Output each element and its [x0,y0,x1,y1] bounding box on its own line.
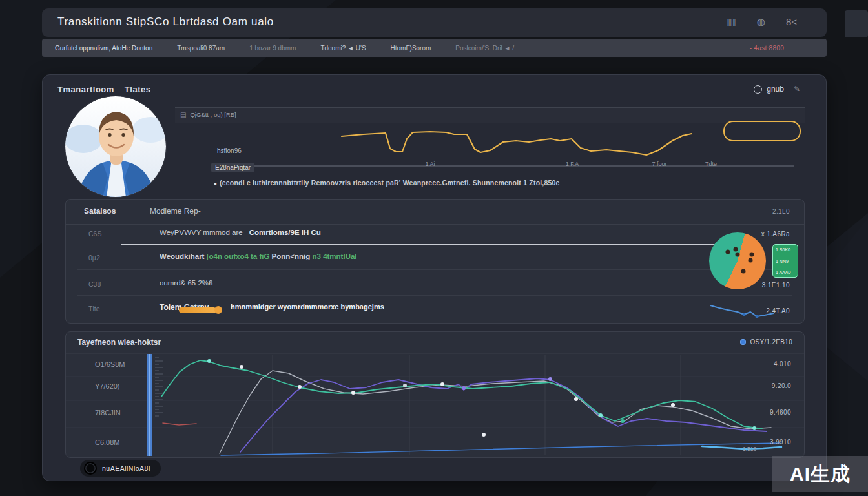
timeline-row-value: 3.9910 [770,439,791,446]
progress-bar-cap [214,306,222,314]
timeline-row-label: Y7/620) [95,382,120,390]
timeline-row-label: O1/6S8M [95,360,125,368]
timeline-row-value: 9.20.0 [772,382,791,389]
x-axis-tick: Tdte [705,161,717,167]
overview-note: ●(eeondl e luthircnnnbttrtlly Remoovzris… [214,179,560,187]
legend-item: 1 AAA0 [776,270,795,274]
legend-item: 1 S6K0 [776,247,795,252]
nav-item-6[interactable]: Poslcoim/'S. Dril ◄ / [455,45,514,52]
row-label: 0µ2 [88,254,100,262]
overview-note-text: (eeondl e luthircnnnbttrtlly Remoovzris … [220,179,560,187]
header-icons: ▥ ◍ 8< [727,16,797,28]
divider [78,295,792,296]
app-title: Transkitionn StipSCo Lbrtdasd Oam ualo [57,16,274,28]
row-value: 3.1E1.10 [762,282,790,289]
row-seg: Ponn<nnig [272,253,313,260]
top-header: Transkitionn StipSCo Lbrtdasd Oam ualo ▥… [42,8,827,37]
row-label: Tlte [88,305,100,313]
nav-item-5[interactable]: HtomF)Sorom [391,45,431,52]
divider [78,269,792,270]
decor-fragment [845,10,868,37]
nav-item-4[interactable]: Tdeomi? ◄ U'S [320,45,366,52]
overview-x-axis: 1 Ai1 F.A7 foorTdte [175,161,805,169]
legend-item: 1 NN9 [776,259,795,264]
status-chip[interactable]: nuAEAllNloA8l [80,460,161,477]
timeline-header-metric[interactable]: OSY/1.2EB10 [740,338,792,346]
edit-icon[interactable]: ✎ [794,85,800,94]
pie-data-dot [749,258,753,263]
x-axis-tick: 7 foor [652,161,666,167]
user-icon[interactable]: 8< [786,16,797,28]
card-title-a: Tmanartloom [57,85,114,94]
timeline-panel: Tayefneon wlea-hoktsr OSY/1.2EB10 O1/6S8… [65,331,805,458]
row-text: Weoudkihart [o4n oufxo4 ta fiG Ponn<nnig… [160,253,357,260]
refresh-icon [754,85,762,94]
grid-icon[interactable]: ▥ [727,16,736,28]
blue-dot-icon [740,339,746,345]
timeline-row-label: 7I8CJIN [95,409,121,417]
divider [66,224,804,225]
pie-data-dot [736,253,740,257]
timeline-title: Tayefneon wlea-hoktsr [78,338,161,347]
row-seg: Weoudkihart [160,253,207,260]
stats-panel: Satalsos Modleme Rep- 2.1L0 C6S WeyPVWVY… [65,199,805,324]
x-axis-tick: 1 F.A [566,161,579,167]
stats-subtitle: Modleme Rep- [150,207,201,216]
row-seg-green: [o4n oufxo4 ta fiG [207,253,272,260]
avatar[interactable] [65,96,166,197]
stats-title: Satalsos [84,207,116,216]
highlight-divider [121,244,715,245]
pie-data-dot [726,249,730,254]
pie-chart [709,232,766,289]
ai-watermark: AI生成 [772,456,868,492]
record-icon [84,462,97,475]
refresh-label: gnub [767,85,784,94]
pie-legend: 1 S6K0 1 NN9 1 AAA0 [772,244,798,278]
refresh-control[interactable]: gnub ✎ [754,85,800,94]
card-title: TmanartloomTlates [57,85,150,94]
timeline-extra-value: 1.518 [743,446,756,452]
progress-bar [179,307,216,313]
timeline-metric-label: OSY/1.2EB10 [750,338,792,346]
series-label-2[interactable]: E28naPiqtar [211,163,254,172]
globe-icon[interactable]: ◍ [757,16,765,28]
x-axis-tick: 1 Ai [425,161,435,167]
nav-alert-text: - 4ast:8800 [750,45,784,52]
row-label: C6S [88,230,101,238]
pie-data-dot [741,269,745,273]
row-value: x 1.A6Ra [761,231,790,238]
dashboard-card: TmanartloomTlates gnub ✎ [42,74,827,481]
nav-item-1[interactable]: Gurfutcl oppnalivm, AtoHe Donton [55,45,152,52]
row-text-a: WeyPVWVY mmmod are [160,229,243,236]
overview-chart-region: ▤ QjG&tt , og) [RB] 1 Ai1 F.A7 foorTdte … [175,107,805,193]
series-label-1: hsflon96 [217,147,242,154]
row-text-b: Comrtloms/9E IH Cu [249,229,321,236]
row-text: WeyPVWVY mmmod areComrtloms/9E IH Cu [160,229,321,236]
pie-data-dot [750,253,754,257]
row-text: oumrd& 65 2%6 [160,279,212,287]
nav-bar: Gurfutcl oppnalivm, AtoHe Donton Tmspoal… [42,39,827,57]
row-label: C38 [88,280,101,288]
status-chip-label: nuAEAllNloA8l [102,464,150,472]
stats-header-value: 2.1L0 [772,208,790,215]
timeline-row-value: 9.4600 [770,409,791,416]
avatar-image [65,96,166,197]
card-title-b: Tlates [125,85,151,94]
timeline-line-chart [66,332,805,458]
timeline-row-label: C6.08M [95,439,120,446]
timeline-row-value: 4.010 [774,360,791,367]
progress-bar-label: hmnmmldger wyomrdmmmorxc bymbagejms [231,303,384,311]
app-root: Transkitionn StipSCo Lbrtdasd Oam ualo ▥… [0,0,868,496]
row-seg-green: n3 4tmntlUal [313,253,357,260]
pie-data-dot [734,247,738,252]
sparkline-chart [709,300,776,320]
nav-item-3[interactable]: 1 bozar 9 dbmm [249,45,296,52]
nav-item-2[interactable]: Tmspoali0 87am [177,45,225,52]
bullet-icon: ● [214,181,217,187]
